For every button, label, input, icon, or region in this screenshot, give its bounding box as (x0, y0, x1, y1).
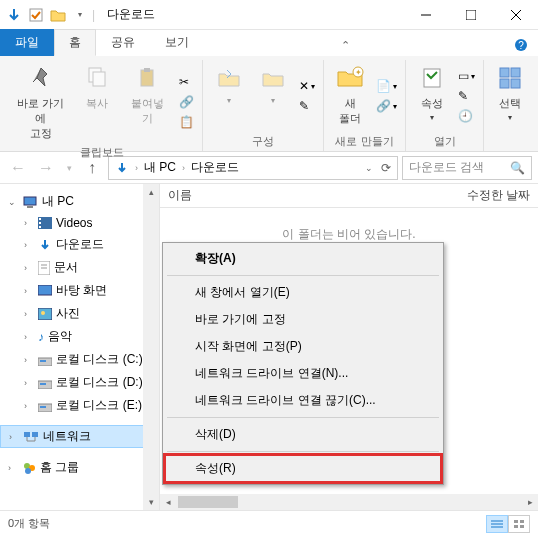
svg-rect-22 (39, 222, 41, 224)
chevron-right-icon[interactable]: › (24, 355, 34, 365)
close-button[interactable] (493, 0, 538, 30)
tab-file[interactable]: 파일 (0, 29, 54, 56)
disk-icon (38, 377, 52, 389)
tab-home[interactable]: 홈 (54, 29, 96, 56)
ribbon-collapse-icon[interactable]: ⌃ (341, 39, 360, 56)
chevron-right-icon[interactable]: › (24, 218, 34, 228)
nav-back-button[interactable]: ← (6, 156, 30, 180)
nav-recent-button[interactable]: ▾ (62, 156, 76, 180)
tree-item-disk-e[interactable]: ›로컬 디스크 (E:) (0, 394, 159, 417)
disk-icon (38, 400, 52, 412)
svg-rect-8 (93, 72, 105, 86)
column-modified[interactable]: 수정한 날짜 (467, 187, 530, 204)
nav-tree[interactable]: ⌄ 내 PC ›Videos ›다운로드 ›문서 ›바탕 화면 ›사진 ›♪음악… (0, 184, 160, 510)
copy-label: 복사 (86, 96, 108, 111)
new-folder-button[interactable]: ✦ 새 폴더 (330, 60, 370, 132)
scroll-up-icon[interactable]: ▴ (143, 184, 159, 200)
menu-delete[interactable]: 삭제(D) (165, 421, 441, 448)
select-icon (494, 62, 526, 94)
properties-button[interactable]: 속성 ▾ (412, 60, 452, 132)
list-h-scrollbar[interactable]: ◂ ▸ (160, 494, 538, 510)
svg-point-43 (25, 468, 31, 474)
edit-icon: ✎ (458, 89, 468, 103)
maximize-button[interactable] (448, 0, 493, 30)
chevron-right-icon[interactable]: › (24, 378, 34, 388)
tree-label: 문서 (54, 259, 78, 276)
scroll-right-icon[interactable]: ▸ (522, 494, 538, 510)
crumb-downloads[interactable]: 다운로드 (191, 159, 239, 176)
svg-rect-27 (38, 285, 52, 295)
chevron-right-icon[interactable]: › (24, 240, 34, 250)
svg-rect-17 (511, 79, 520, 88)
details-view-button[interactable] (486, 515, 508, 533)
clipboard-extras: ✂ 🔗 📋 (177, 60, 196, 143)
chevron-right-icon[interactable]: › (9, 432, 19, 442)
search-input[interactable]: 다운로드 검색 🔍 (402, 156, 532, 180)
menu-pin-quick-access[interactable]: 바로 가기에 고정 (165, 306, 441, 333)
quick-access-toolbar: ▾ (6, 7, 88, 23)
tree-item-videos[interactable]: ›Videos (0, 213, 159, 233)
crumb-pc[interactable]: 내 PC (144, 159, 176, 176)
column-name[interactable]: 이름 (168, 187, 467, 204)
tree-item-downloads[interactable]: ›다운로드 (0, 233, 159, 256)
tree-item-network[interactable]: ›네트워크 (0, 425, 159, 448)
svg-text:?: ? (518, 40, 524, 51)
ribbon-group-select: 선택 ▾ 선택 (484, 60, 536, 151)
svg-rect-21 (39, 218, 41, 220)
chevron-right-icon[interactable]: › (8, 463, 18, 473)
menu-pin-start[interactable]: 시작 화면에 고정(P) (165, 333, 441, 360)
scroll-down-icon[interactable]: ▾ (143, 494, 159, 510)
chevron-down-icon[interactable]: ⌄ (8, 197, 18, 207)
pin-quickaccess-button[interactable]: 바로 가기에 고정 (8, 60, 73, 143)
tree-item-thispc[interactable]: ⌄ 내 PC (0, 190, 159, 213)
properties-icon (416, 62, 448, 94)
download-icon (38, 238, 52, 252)
scrollbar-thumb[interactable] (178, 496, 238, 508)
tree-item-pictures[interactable]: ›사진 (0, 302, 159, 325)
chevron-right-icon[interactable]: › (135, 163, 138, 173)
copy-to-icon (257, 62, 289, 94)
tree-label: 로컬 디스크 (D:) (56, 374, 143, 391)
new-group-label: 새로 만들기 (335, 132, 393, 151)
tree-item-music[interactable]: ›♪음악 (0, 325, 159, 348)
menu-map-network-drive[interactable]: 네트워크 드라이브 연결(N)... (165, 360, 441, 387)
chevron-right-icon[interactable]: › (182, 163, 185, 173)
tree-item-documents[interactable]: ›문서 (0, 256, 159, 279)
tree-item-homegroup[interactable]: ›홈 그룹 (0, 456, 159, 479)
ribbon-group-new: ✦ 새 폴더 📄▾ 🔗▾ 새로 만들기 (324, 60, 406, 151)
chevron-right-icon[interactable]: › (24, 309, 34, 319)
menu-properties[interactable]: 속성(R) (165, 455, 441, 482)
select-all-button[interactable]: 선택 ▾ (490, 60, 530, 132)
help-icon[interactable]: ? (514, 38, 538, 56)
qat-dropdown-icon[interactable]: ▾ (72, 7, 88, 23)
chevron-right-icon[interactable]: › (24, 286, 34, 296)
chevron-right-icon[interactable]: › (24, 263, 34, 273)
breadcrumb[interactable]: › 내 PC › 다운로드 ⌄ ⟳ (108, 156, 398, 180)
tree-scrollbar[interactable]: ▴ ▾ (143, 184, 159, 510)
address-dropdown-icon[interactable]: ⌄ (365, 163, 373, 173)
menu-open-new-window[interactable]: 새 창에서 열기(E) (165, 279, 441, 306)
tree-item-disk-d[interactable]: ›로컬 디스크 (D:) (0, 371, 159, 394)
cut-icon: ✂ (179, 75, 189, 89)
scroll-left-icon[interactable]: ◂ (160, 494, 176, 510)
menu-expand[interactable]: 확장(A) (165, 245, 441, 272)
tree-item-desktop[interactable]: ›바탕 화면 (0, 279, 159, 302)
menu-disconnect-network-drive[interactable]: 네트워크 드라이브 연결 끊기(C)... (165, 387, 441, 414)
tree-label: 내 PC (42, 193, 74, 210)
tab-share[interactable]: 공유 (96, 29, 150, 56)
refresh-icon[interactable]: ⟳ (381, 161, 391, 175)
minimize-button[interactable] (403, 0, 448, 30)
pin-label: 바로 가기에 고정 (12, 96, 69, 141)
select-label: 선택 (499, 96, 521, 111)
picture-icon (38, 308, 52, 320)
tab-view[interactable]: 보기 (150, 29, 204, 56)
ribbon-group-open: 속성 ▾ ▭▾ ✎ 🕘 열기 (406, 60, 484, 151)
folder-icon[interactable] (50, 7, 66, 23)
checkbox-icon[interactable] (28, 7, 44, 23)
chevron-right-icon[interactable]: › (24, 332, 34, 342)
tree-item-disk-c[interactable]: ›로컬 디스크 (C:) (0, 348, 159, 371)
icons-view-button[interactable] (508, 515, 530, 533)
chevron-right-icon[interactable]: › (24, 401, 34, 411)
pc-icon (22, 195, 38, 209)
empty-folder-message: 이 폴더는 비어 있습니다. (160, 226, 538, 243)
